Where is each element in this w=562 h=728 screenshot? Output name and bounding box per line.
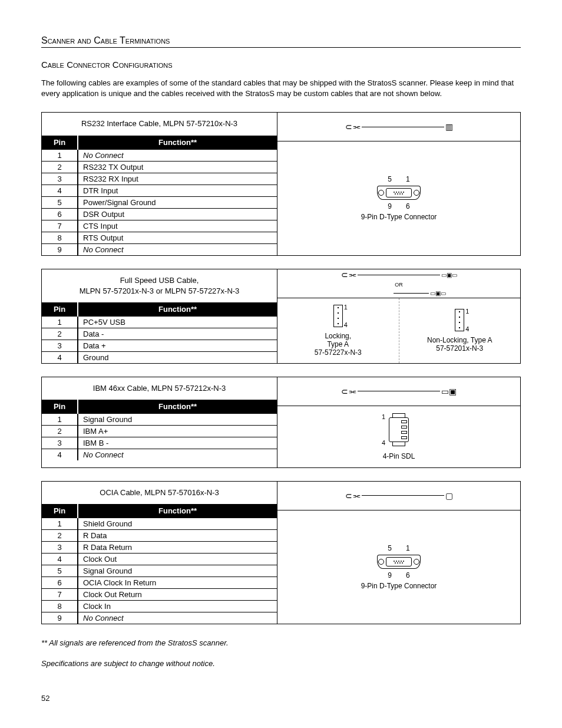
t: 57-57227x-N-3 — [186, 286, 239, 295]
t: 57-57201x-N-3 or — [101, 286, 165, 295]
t: MLPN — [163, 119, 184, 128]
c: RTS Output — [78, 232, 277, 243]
cable-block-usb: Full Speed USB Cable, MLPN 57-57201x-N-3… — [41, 269, 521, 364]
c: 1 — [42, 414, 78, 426]
l: 4 — [382, 439, 385, 446]
l: 9 — [388, 571, 392, 579]
c: 4 — [42, 185, 78, 196]
c: OCIA Clock In Return — [78, 577, 277, 589]
db9-diagram: 51 96 9-Pin D-Type Connector — [277, 510, 520, 624]
th: Function** — [78, 302, 277, 317]
cable-title: Full Speed USB Cable, MLPN 57-57201x-N-3… — [42, 269, 277, 302]
c: 9 — [42, 243, 78, 255]
c: R Data Return — [78, 542, 277, 554]
c: 8 — [42, 601, 78, 612]
c: No Connect — [78, 243, 277, 255]
footnote-signals: ** All signals are referenced from the S… — [41, 637, 521, 650]
c: 3 — [42, 173, 78, 185]
cable-title: IBM 46xx Cable, MLPN 57-57212x-N-3 — [42, 377, 277, 400]
page-number: 52 — [41, 694, 521, 703]
cap: Non-Locking, Type A — [427, 336, 492, 344]
t: RS232 Interface Cable, — [81, 119, 163, 128]
c: 1 — [42, 518, 78, 530]
cable-line-icon: ⊂⫘▢ — [277, 482, 520, 510]
c: IBM A+ — [78, 426, 277, 437]
c: Clock Out Return — [78, 589, 277, 601]
c: 2 — [42, 161, 78, 173]
c: Data - — [78, 328, 277, 340]
c: No Connect — [78, 612, 277, 624]
c: Clock Out — [78, 554, 277, 565]
l: 9 — [388, 202, 392, 210]
cable-title: RS232 Interface Cable, MLPN 57-57210x-N-… — [42, 113, 277, 135]
pin-table: PinFunction** 1Signal Ground 2IBM A+ 3IB… — [42, 400, 277, 460]
l: 6 — [406, 202, 410, 210]
c: 4 — [42, 554, 78, 565]
c: 1 — [42, 316, 78, 328]
t: MLPN — [144, 488, 166, 497]
th: Function** — [78, 504, 277, 518]
l: 5 — [388, 175, 392, 183]
c: 8 — [42, 232, 78, 243]
intro-paragraph: The following cables are examples of som… — [41, 78, 521, 99]
t: MLPN — [165, 286, 186, 295]
c: 7 — [42, 589, 78, 601]
l: 1 — [344, 304, 348, 311]
l: 4 — [465, 325, 469, 332]
c: Signal Ground — [78, 414, 277, 426]
th: Function** — [78, 400, 277, 414]
c: Data + — [78, 340, 277, 351]
t: 57-57016x-N-3 — [166, 488, 219, 497]
c: R Data — [78, 530, 277, 542]
c: 5 — [42, 196, 78, 208]
cap: 57-57201x-N-3 — [436, 344, 483, 353]
c: RS232 TX Output — [78, 161, 277, 173]
c: PC+5V USB — [78, 316, 277, 328]
t: Full Speed USB Cable, — [120, 276, 199, 285]
c: CTS Input — [78, 220, 277, 232]
pin-table: PinFunction** 1PC+5V USB 2Data - 3Data +… — [42, 302, 277, 363]
th: Pin — [42, 302, 78, 317]
cap: 57-57227x-N-3 — [315, 348, 362, 357]
pin-table: PinFunction** 1No Connect 2RS232 TX Outp… — [42, 136, 277, 255]
c: RS232 RX Input — [78, 173, 277, 185]
c: 3 — [42, 437, 78, 449]
c: 6 — [42, 208, 78, 220]
l: 1 — [406, 175, 410, 183]
l: 4 — [344, 321, 348, 328]
th: Pin — [42, 400, 78, 414]
diag-label: 4-Pin SDL — [383, 452, 415, 460]
section-title: Scanner and Cable Terminations — [41, 35, 521, 48]
sdl-diagram: 1 4 4-Pin SDL — [277, 406, 520, 467]
th-pin: Pin — [42, 136, 78, 150]
cable-block-rs232: RS232 Interface Cable, MLPN 57-57210x-N-… — [41, 112, 521, 255]
c: 3 — [42, 542, 78, 554]
l: 1 — [382, 413, 385, 420]
l: 1 — [406, 544, 410, 552]
usb-diagram: 1 4 Locking, Type A 57-57227x-N-3 1 4 No… — [277, 298, 520, 363]
diag-label: 9-Pin D-Type Connector — [361, 582, 437, 590]
cable-block-ibm: IBM 46xx Cable, MLPN 57-57212x-N-3 PinFu… — [41, 377, 521, 468]
cable-title: OCIA Cable, MLPN 57-57016x-N-3 — [42, 482, 277, 504]
c: DTR Input — [78, 185, 277, 196]
c: 6 — [42, 577, 78, 589]
c: Shield Ground — [78, 518, 277, 530]
t: MLPN — [80, 286, 101, 295]
or: OR — [395, 282, 403, 288]
cap: Type A — [327, 340, 349, 348]
th-fn: Function** — [78, 136, 277, 150]
t: 57-57212x-N-3 — [173, 384, 226, 393]
c: Signal Ground — [78, 565, 277, 577]
sub-title: Cable Connector Configurations — [41, 60, 521, 70]
c: 3 — [42, 340, 78, 351]
c: No Connect — [78, 149, 277, 161]
c: 7 — [42, 220, 78, 232]
cable-line-icon: ⊂⫘▭▣▭ OR ▭▣▭ — [277, 269, 520, 298]
pin-table: PinFunction** 1Shield Ground 2R Data 3R … — [42, 504, 277, 624]
c: Clock In — [78, 601, 277, 612]
c: Power/Signal Ground — [78, 196, 277, 208]
cap: Locking, — [325, 332, 351, 340]
c: 2 — [42, 426, 78, 437]
c: DSR Output — [78, 208, 277, 220]
t: 57-57210x-N-3 — [184, 119, 237, 128]
